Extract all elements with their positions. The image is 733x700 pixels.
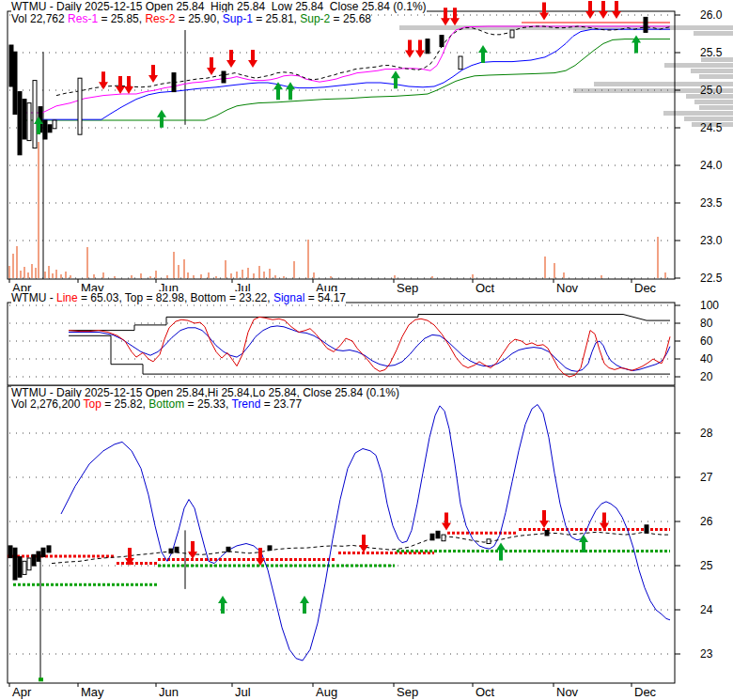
price-panel-plot-area[interactable]	[8, 11, 675, 279]
x-axis-label: Nov	[556, 281, 579, 295]
x-axis-label: Sep	[397, 685, 418, 699]
x-axis-label: Jul	[235, 685, 251, 699]
y-axis-label: 40	[700, 352, 713, 366]
y-axis-label: 25	[700, 559, 713, 572]
volume-profile-bar	[691, 69, 733, 73]
y-axis-label: 24	[700, 603, 713, 616]
charting-app-window: 26.025.525.024.524.023.523.022.5AprMayJu…	[0, 0, 733, 700]
y-axis-label: 23.0	[700, 234, 723, 247]
oscillator-panel-plot-area[interactable]	[8, 303, 675, 385]
y-axis-label: 24.0	[700, 159, 723, 172]
chart-canvas: 26.025.525.024.524.023.523.022.5AprMayJu…	[0, 0, 733, 700]
trend-panel-plot-area[interactable]	[8, 386, 675, 683]
y-axis-label: 22.5	[700, 272, 723, 285]
x-axis-label: Dec	[634, 281, 657, 295]
y-axis-label: 100	[700, 299, 719, 312]
x-axis-label: Oct	[476, 281, 495, 295]
x-axis-label: Nov	[556, 685, 579, 699]
x-axis-label: Sep	[397, 281, 418, 295]
y-axis-label: 23	[700, 647, 713, 661]
volume-profile-bar	[694, 100, 733, 104]
y-axis-label: 23.5	[700, 196, 723, 210]
volume-profile-bar	[699, 74, 733, 79]
x-axis-label: Apr	[12, 685, 32, 699]
y-axis-label: 25.5	[700, 46, 723, 59]
y-axis-label: 28	[700, 427, 713, 440]
y-axis-label: 25.0	[700, 84, 723, 97]
x-axis-label: Dec	[634, 685, 657, 699]
y-axis-label: 20	[700, 370, 713, 383]
x-axis-label: May	[81, 281, 104, 295]
y-axis-label: 80	[700, 317, 713, 330]
x-axis-label: Jun	[159, 281, 179, 295]
y-axis-label: 26.0	[700, 8, 723, 22]
x-axis-label: Aug	[316, 281, 337, 295]
x-axis-label: Oct	[476, 685, 495, 699]
y-axis-label: 27	[700, 471, 713, 484]
y-axis-label: 60	[700, 334, 713, 348]
x-axis-label: Aug	[316, 685, 337, 699]
volume-profile-bar	[699, 105, 733, 110]
x-axis-label: Apr	[12, 281, 32, 295]
x-axis-label: Jun	[159, 685, 179, 699]
volume-profile-bar	[694, 31, 733, 36]
x-axis-label: May	[81, 685, 104, 699]
x-axis-label: Jul	[235, 281, 251, 295]
y-axis-label: 24.5	[700, 121, 723, 134]
y-axis-label: 26	[700, 515, 713, 528]
